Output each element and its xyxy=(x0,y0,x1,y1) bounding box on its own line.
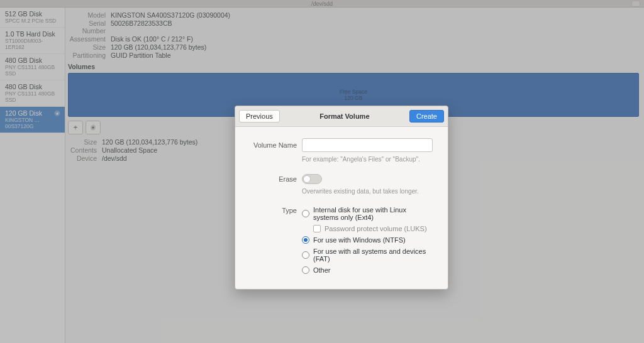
volume-name-hint: For example: "Angela's Files" or "Backup… xyxy=(302,156,433,163)
erase-switch[interactable] xyxy=(302,174,322,184)
type-option-fat[interactable]: For use with all systems and devices (FA… xyxy=(302,248,433,263)
create-button[interactable]: Create xyxy=(409,110,444,122)
previous-button[interactable]: Previous xyxy=(239,110,280,122)
radio-icon xyxy=(302,236,309,244)
erase-label: Erase xyxy=(250,175,297,183)
radio-icon xyxy=(302,251,309,259)
volume-name-label: Volume Name xyxy=(250,141,297,149)
type-label: Type xyxy=(250,206,297,214)
type-option-label: Password protect volume (LUKS) xyxy=(325,225,427,232)
type-option-label: For use with all systems and devices (FA… xyxy=(313,248,433,263)
volume-name-input[interactable] xyxy=(302,138,433,152)
radio-icon xyxy=(302,210,309,217)
type-option-luks[interactable]: Password protect volume (LUKS) xyxy=(313,225,433,232)
dialog-header: Previous Format Volume Create xyxy=(235,106,448,127)
type-radio-group: Internal disk for use with Linux systems… xyxy=(302,206,433,274)
dialog-body: Volume Name For example: "Angela's Files… xyxy=(235,127,448,289)
checkbox-icon xyxy=(313,225,321,232)
type-option-ext4[interactable]: Internal disk for use with Linux systems… xyxy=(302,206,433,221)
radio-icon xyxy=(302,266,309,274)
format-volume-dialog: Previous Format Volume Create Volume Nam… xyxy=(235,106,448,290)
type-option-ntfs[interactable]: For use with Windows (NTFS) xyxy=(302,236,433,244)
type-option-label: Other xyxy=(313,266,331,274)
type-option-label: Internal disk for use with Linux systems… xyxy=(313,206,433,221)
type-option-other[interactable]: Other xyxy=(302,266,433,274)
erase-hint: Overwrites existing data, but takes long… xyxy=(302,188,433,195)
dialog-title: Format Volume xyxy=(319,112,369,120)
type-option-label: For use with Windows (NTFS) xyxy=(313,236,406,244)
